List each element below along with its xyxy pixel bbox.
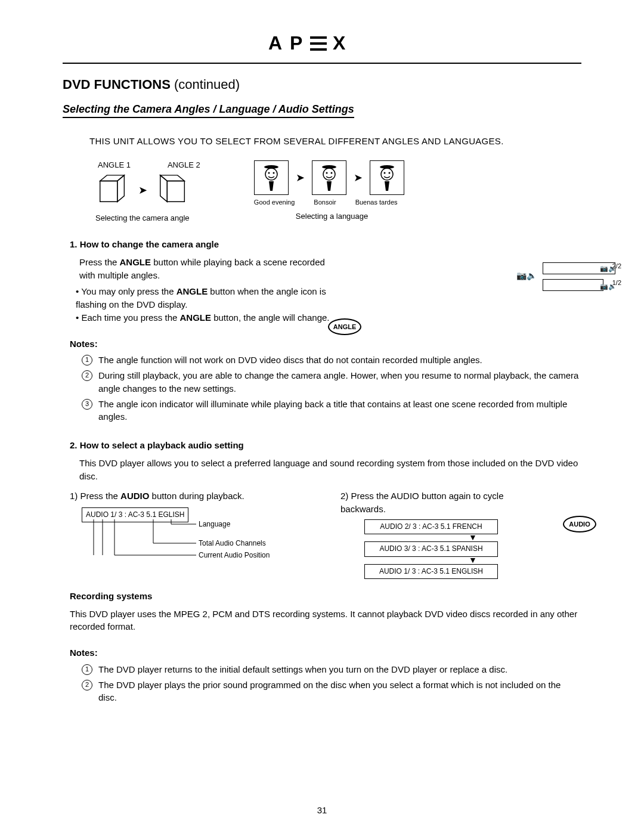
rec-body: This DVD player uses the MPEG 2, PCM and…: [70, 608, 581, 634]
brand-logo: A P X: [63, 33, 581, 59]
circled-1-icon: 1: [82, 664, 92, 675]
s2l-post: button during playback.: [149, 491, 244, 501]
section-title: DVD FUNCTIONS: [63, 77, 171, 92]
bullet-item: You may only press the ANGLE button when…: [76, 285, 344, 311]
svg-marker-6: [100, 181, 117, 202]
lang-label-1: Good evening: [254, 199, 295, 206]
step2-body: This DVD player allows you to select a p…: [79, 457, 581, 483]
svg-point-13: [265, 168, 277, 180]
step2-heading: 2. How to select a playback audio settin…: [70, 439, 581, 452]
lang-label-2: Bonsoir: [314, 199, 336, 206]
step1-heading: 1. How to change the camera angle: [70, 238, 581, 251]
svg-point-19: [326, 172, 327, 174]
svg-marker-11: [160, 175, 168, 202]
page-number: 31: [0, 805, 644, 815]
note1-3: The angle icon indicator will illuminate…: [98, 398, 581, 424]
svg-marker-16: [269, 181, 274, 191]
person-icon: [254, 160, 289, 195]
camera-speaker-icon: 📷🔈: [516, 271, 537, 280]
cube-icon: [156, 173, 190, 208]
svg-text:X: X: [333, 33, 351, 54]
angle1-label: ANGLE 1: [98, 160, 131, 169]
person-icon: [370, 160, 404, 195]
header-rule: [63, 63, 581, 64]
subsection-heading: Selecting the Camera Angles / Language /…: [63, 103, 354, 118]
arrow-icon: ➤: [354, 171, 363, 184]
person-icon: [312, 160, 346, 195]
lang-caption: Selecting a language: [296, 212, 404, 221]
b1-pre: You may only press the: [81, 286, 177, 296]
cube-icon: [95, 173, 130, 208]
note1-1: The angle function will not work on DVD …: [98, 354, 482, 367]
notes2-heading: Notes:: [70, 646, 581, 659]
svg-marker-26: [385, 181, 389, 191]
audio-button-icon: AUDIO: [563, 516, 596, 532]
section-continued: (continued): [174, 77, 240, 92]
audio-box-4: AUDIO 1/ 3 : AC-3 5.1 ENGLISH: [364, 564, 498, 579]
svg-point-14: [268, 172, 270, 174]
arrow-icon: ➤: [138, 184, 147, 197]
bullet-item: Each time you press the ANGLE button, th…: [76, 311, 581, 324]
s2l-bold: AUDIO: [120, 491, 149, 501]
step1-text-pre: Press the: [79, 257, 120, 267]
circled-2-icon: 2: [82, 680, 92, 690]
audio-box-3: AUDIO 3/ 3 : AC-3 5.1 SPANISH: [364, 541, 498, 556]
language-diagram: ➤ ➤: [254, 160, 404, 221]
svg-point-20: [330, 172, 332, 174]
section-heading: DVD FUNCTIONS (continued): [63, 77, 581, 92]
osd-bottom: 1/2: [612, 279, 621, 286]
rec-heading: Recording systems: [70, 590, 581, 603]
step2-left: 1) Press the AUDIO button during playbac…: [70, 490, 311, 503]
audio-box-2: AUDIO 2/ 3 : AC-3 5.1 FRENCH: [364, 519, 498, 534]
b2-pre: Each time you press the: [81, 312, 179, 323]
step2-right: 2) Press the AUDIO button again to cycle…: [340, 490, 507, 516]
leader-language: Language: [199, 519, 230, 529]
b2-post: button, the angle will change.: [211, 312, 329, 323]
audio-left-diagram: AUDIO 1/ 3 : AC-3 5.1 EGLISH Language To…: [82, 507, 311, 567]
s2l-pre: 1) Press the: [70, 491, 120, 501]
osd-illustration: 📷🔈 📷🔈 2/2 1/2: [543, 262, 620, 298]
svg-marker-21: [327, 181, 332, 191]
note2-1: The DVD player returns to the initial de…: [98, 663, 507, 676]
osd-top: 2/2: [612, 262, 621, 270]
notes1-heading: Notes:: [70, 337, 581, 351]
svg-point-15: [273, 172, 274, 174]
angle-diagram: ANGLE 1 ANGLE 2 ➤ Selecting the camera a…: [95, 160, 200, 222]
circled-2-icon: 2: [82, 370, 92, 381]
svg-point-24: [383, 172, 385, 174]
svg-point-25: [388, 172, 390, 174]
leader-position: Current Audio Position: [199, 550, 270, 561]
svg-point-23: [381, 168, 393, 180]
angle-word: ANGLE: [120, 257, 151, 267]
down-arrow-icon: ▼: [364, 557, 581, 564]
arrow-icon: ➤: [296, 171, 305, 184]
svg-point-18: [323, 168, 335, 180]
b2-bold: ANGLE: [180, 312, 212, 323]
leader-channels: Total Audio Channels: [199, 538, 266, 549]
circled-1-icon: 1: [82, 355, 92, 366]
svg-text:A: A: [268, 33, 287, 54]
angle2-label: ANGLE 2: [168, 160, 200, 169]
angle-caption: Selecting the camera angle: [95, 213, 200, 222]
svg-marker-9: [167, 181, 184, 202]
down-arrow-icon: ▼: [364, 534, 581, 541]
note2-2: The DVD player plays the prior sound pro…: [98, 679, 581, 705]
circled-3-icon: 3: [82, 399, 92, 410]
lang-label-3: Buenas tardes: [355, 199, 398, 206]
note1-2: During still playback, you are able to c…: [98, 369, 581, 395]
b1-bold: ANGLE: [177, 286, 208, 296]
svg-text:P: P: [290, 33, 308, 54]
angle-button-icon: ANGLE: [328, 318, 361, 335]
intro-text: THIS UNIT ALLOWS YOU TO SELECT FROM SEVE…: [89, 136, 581, 146]
svg-marker-8: [117, 175, 125, 202]
audio-right-diagram: AUDIO 2/ 3 : AC-3 5.1 FRENCH ▼ AUDIO 3/ …: [364, 519, 581, 579]
